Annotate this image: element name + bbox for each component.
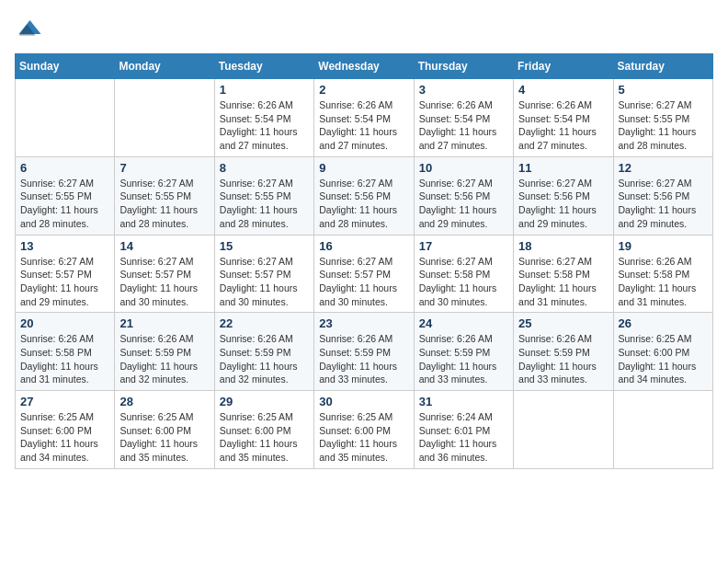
day-info: Sunrise: 6:26 AM Sunset: 5:59 PM Dayligh…: [119, 332, 209, 386]
day-info: Sunrise: 6:26 AM Sunset: 5:58 PM Dayligh…: [619, 255, 708, 309]
calendar-cell: 4Sunrise: 6:26 AM Sunset: 5:54 PM Daylig…: [514, 79, 613, 157]
calendar-week-1: 1Sunrise: 6:26 AM Sunset: 5:54 PM Daylig…: [16, 79, 713, 157]
day-number: 9: [319, 161, 408, 175]
logo: [15, 15, 46, 42]
day-number: 16: [319, 239, 408, 253]
day-number: 25: [518, 316, 608, 330]
day-info: Sunrise: 6:27 AM Sunset: 5:57 PM Dayligh…: [20, 255, 109, 309]
calendar-cell: 23Sunrise: 6:26 AM Sunset: 5:59 PM Dayli…: [314, 313, 414, 391]
day-number: 18: [518, 239, 608, 253]
day-info: Sunrise: 6:27 AM Sunset: 5:57 PM Dayligh…: [119, 255, 209, 309]
calendar-cell: [514, 391, 613, 469]
day-info: Sunrise: 6:27 AM Sunset: 5:56 PM Dayligh…: [619, 177, 708, 231]
day-number: 27: [20, 395, 109, 408]
day-info: Sunrise: 6:25 AM Sunset: 6:00 PM Dayligh…: [20, 410, 109, 465]
calendar-cell: 13Sunrise: 6:27 AM Sunset: 5:57 PM Dayli…: [16, 235, 115, 313]
day-info: Sunrise: 6:26 AM Sunset: 5:59 PM Dayligh…: [518, 332, 608, 386]
page-header: [15, 15, 713, 42]
calendar-cell: 22Sunrise: 6:26 AM Sunset: 5:59 PM Dayli…: [214, 313, 313, 391]
day-number: 5: [619, 83, 708, 97]
day-info: Sunrise: 6:26 AM Sunset: 5:59 PM Dayligh…: [220, 332, 309, 386]
weekday-header-wednesday: Wednesday: [314, 54, 414, 79]
calendar-cell: 3Sunrise: 6:26 AM Sunset: 5:54 PM Daylig…: [414, 79, 513, 157]
day-info: Sunrise: 6:25 AM Sunset: 6:00 PM Dayligh…: [319, 410, 408, 465]
calendar-cell: 30Sunrise: 6:25 AM Sunset: 6:00 PM Dayli…: [314, 391, 414, 469]
day-info: Sunrise: 6:25 AM Sunset: 6:00 PM Dayligh…: [220, 410, 309, 465]
weekday-header-monday: Monday: [115, 54, 214, 79]
day-number: 4: [518, 83, 608, 97]
calendar-cell: 8Sunrise: 6:27 AM Sunset: 5:55 PM Daylig…: [214, 156, 313, 235]
day-number: 7: [119, 161, 209, 175]
weekday-header-sunday: Sunday: [16, 54, 115, 79]
day-number: 17: [419, 239, 508, 253]
calendar-week-3: 13Sunrise: 6:27 AM Sunset: 5:57 PM Dayli…: [16, 235, 713, 313]
day-info: Sunrise: 6:27 AM Sunset: 5:55 PM Dayligh…: [20, 177, 109, 231]
calendar-week-2: 6Sunrise: 6:27 AM Sunset: 5:55 PM Daylig…: [16, 156, 713, 235]
day-info: Sunrise: 6:26 AM Sunset: 5:59 PM Dayligh…: [319, 332, 408, 386]
calendar-cell: 25Sunrise: 6:26 AM Sunset: 5:59 PM Dayli…: [514, 313, 613, 391]
calendar-cell: 5Sunrise: 6:27 AM Sunset: 5:55 PM Daylig…: [613, 79, 712, 157]
calendar-cell: 11Sunrise: 6:27 AM Sunset: 5:56 PM Dayli…: [514, 156, 613, 235]
calendar-cell: [613, 391, 712, 469]
logo-icon: [15, 15, 42, 42]
day-number: 6: [20, 161, 109, 175]
day-info: Sunrise: 6:27 AM Sunset: 5:56 PM Dayligh…: [419, 177, 508, 231]
calendar-cell: 1Sunrise: 6:26 AM Sunset: 5:54 PM Daylig…: [214, 79, 313, 157]
day-number: 14: [119, 239, 209, 253]
calendar-cell: 29Sunrise: 6:25 AM Sunset: 6:00 PM Dayli…: [214, 391, 313, 469]
weekday-header-thursday: Thursday: [414, 54, 513, 79]
day-info: Sunrise: 6:27 AM Sunset: 5:56 PM Dayligh…: [518, 177, 608, 231]
calendar-cell: [16, 79, 115, 157]
day-number: 2: [319, 83, 408, 97]
calendar-week-5: 27Sunrise: 6:25 AM Sunset: 6:00 PM Dayli…: [16, 391, 713, 469]
day-number: 12: [619, 161, 708, 175]
calendar-cell: 19Sunrise: 6:26 AM Sunset: 5:58 PM Dayli…: [613, 235, 712, 313]
calendar-header-row: SundayMondayTuesdayWednesdayThursdayFrid…: [16, 54, 713, 79]
calendar-table: SundayMondayTuesdayWednesdayThursdayFrid…: [15, 53, 713, 469]
calendar-cell: 26Sunrise: 6:25 AM Sunset: 6:00 PM Dayli…: [613, 313, 712, 391]
day-number: 22: [220, 316, 309, 330]
day-info: Sunrise: 6:26 AM Sunset: 5:54 PM Dayligh…: [319, 98, 408, 153]
day-number: 21: [119, 316, 209, 330]
day-info: Sunrise: 6:27 AM Sunset: 5:55 PM Dayligh…: [119, 177, 209, 231]
calendar-body: 1Sunrise: 6:26 AM Sunset: 5:54 PM Daylig…: [16, 79, 713, 469]
day-info: Sunrise: 6:26 AM Sunset: 5:58 PM Dayligh…: [20, 332, 109, 386]
day-info: Sunrise: 6:27 AM Sunset: 5:55 PM Dayligh…: [220, 177, 309, 231]
day-number: 15: [220, 239, 309, 253]
weekday-header-friday: Friday: [514, 54, 613, 79]
calendar-cell: 9Sunrise: 6:27 AM Sunset: 5:56 PM Daylig…: [314, 156, 414, 235]
calendar-cell: 6Sunrise: 6:27 AM Sunset: 5:55 PM Daylig…: [16, 156, 115, 235]
day-info: Sunrise: 6:26 AM Sunset: 5:54 PM Dayligh…: [419, 98, 508, 153]
day-number: 23: [319, 316, 408, 330]
calendar-cell: 7Sunrise: 6:27 AM Sunset: 5:55 PM Daylig…: [115, 156, 214, 235]
calendar-cell: 10Sunrise: 6:27 AM Sunset: 5:56 PM Dayli…: [414, 156, 513, 235]
weekday-header-saturday: Saturday: [613, 54, 712, 79]
day-number: 20: [20, 316, 109, 330]
calendar-cell: 28Sunrise: 6:25 AM Sunset: 6:00 PM Dayli…: [115, 391, 214, 469]
day-info: Sunrise: 6:25 AM Sunset: 6:00 PM Dayligh…: [119, 410, 209, 465]
calendar-cell: 31Sunrise: 6:24 AM Sunset: 6:01 PM Dayli…: [414, 391, 513, 469]
day-number: 29: [220, 395, 309, 408]
day-info: Sunrise: 6:27 AM Sunset: 5:57 PM Dayligh…: [319, 255, 408, 309]
calendar-week-4: 20Sunrise: 6:26 AM Sunset: 5:58 PM Dayli…: [16, 313, 713, 391]
calendar-cell: [115, 79, 214, 157]
day-number: 8: [220, 161, 309, 175]
calendar-cell: 18Sunrise: 6:27 AM Sunset: 5:58 PM Dayli…: [514, 235, 613, 313]
calendar-cell: 24Sunrise: 6:26 AM Sunset: 5:59 PM Dayli…: [414, 313, 513, 391]
day-info: Sunrise: 6:27 AM Sunset: 5:55 PM Dayligh…: [619, 98, 708, 153]
calendar-cell: 20Sunrise: 6:26 AM Sunset: 5:58 PM Dayli…: [16, 313, 115, 391]
day-number: 3: [419, 83, 508, 97]
day-number: 24: [419, 316, 508, 330]
day-number: 10: [419, 161, 508, 175]
day-number: 19: [619, 239, 708, 253]
calendar-cell: 27Sunrise: 6:25 AM Sunset: 6:00 PM Dayli…: [16, 391, 115, 469]
day-info: Sunrise: 6:27 AM Sunset: 5:58 PM Dayligh…: [518, 255, 608, 309]
day-info: Sunrise: 6:25 AM Sunset: 6:00 PM Dayligh…: [619, 332, 708, 386]
calendar-cell: 21Sunrise: 6:26 AM Sunset: 5:59 PM Dayli…: [115, 313, 214, 391]
calendar-cell: 14Sunrise: 6:27 AM Sunset: 5:57 PM Dayli…: [115, 235, 214, 313]
calendar-cell: 16Sunrise: 6:27 AM Sunset: 5:57 PM Dayli…: [314, 235, 414, 313]
calendar-cell: 15Sunrise: 6:27 AM Sunset: 5:57 PM Dayli…: [214, 235, 313, 313]
calendar-cell: 12Sunrise: 6:27 AM Sunset: 5:56 PM Dayli…: [613, 156, 712, 235]
day-number: 11: [518, 161, 608, 175]
day-info: Sunrise: 6:27 AM Sunset: 5:56 PM Dayligh…: [319, 177, 408, 231]
